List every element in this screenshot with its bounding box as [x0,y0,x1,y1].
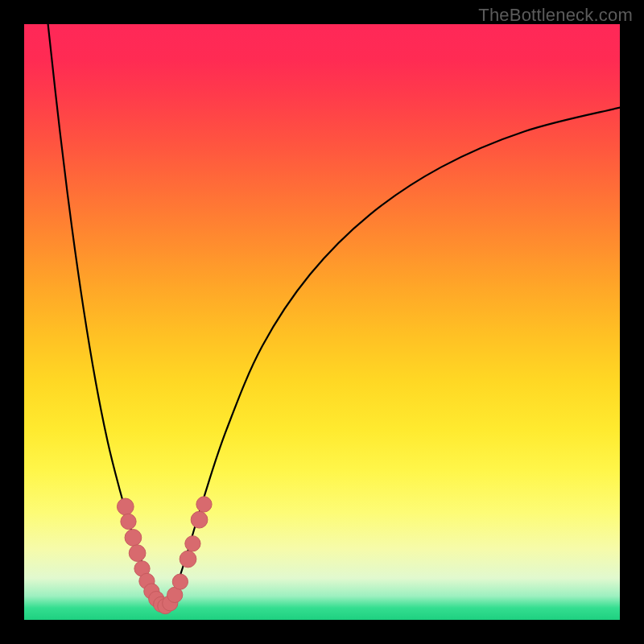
chart-stage: TheBottleneck.com [0,0,644,644]
data-marker [129,545,146,562]
data-marker [121,514,136,529]
watermark-text: TheBottleneck.com [478,5,633,26]
data-marker [125,530,142,547]
curve-markers [117,497,212,614]
data-marker [117,498,134,515]
chart-svg [24,24,620,620]
data-marker [180,551,196,568]
data-marker [185,536,200,551]
plot-area [24,24,620,620]
curve-left [48,24,162,605]
data-marker [172,574,188,589]
data-marker [191,511,208,528]
data-marker [196,497,212,512]
curve-right [167,108,620,605]
